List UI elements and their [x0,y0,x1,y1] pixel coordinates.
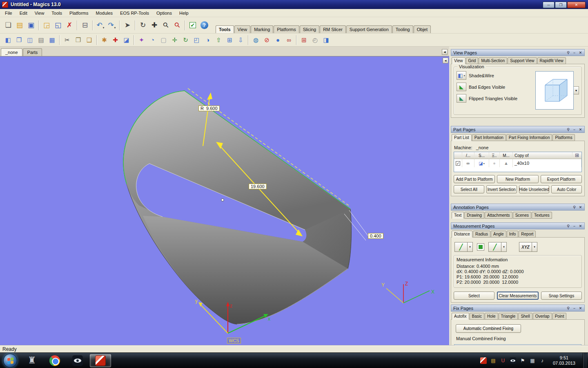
link-parts-icon[interactable]: ∞ [283,35,294,45]
save-platform-icon[interactable]: ◱ [52,20,64,31]
close-panel-icon[interactable]: ✕ [578,204,583,210]
shade-wire-icon[interactable]: ◧▾ [457,71,466,80]
measure-line-tool[interactable]: ╱ [488,242,501,252]
magic-fix-icon[interactable]: ✦ [136,35,147,45]
verify-icon[interactable]: ✔ [187,20,198,31]
tab-drawing[interactable]: Drawing [464,212,484,219]
tab-part-information[interactable]: Part Information [472,134,506,141]
undo-icon-dropdown[interactable]: ▾ [103,26,105,31]
rotate-part-icon[interactable]: ↻ [180,35,191,45]
tab-rapidfit-view[interactable]: Rapidfit View [537,57,566,64]
remove-support-icon[interactable]: ⊘ [261,35,272,45]
pan-view-icon[interactable]: ✚ [149,20,160,31]
usb-tray-icon[interactable]: U [500,357,506,364]
help-icon[interactable]: ? [198,20,210,31]
menu-file[interactable]: File [1,9,16,17]
display-tray-icon[interactable]: ▦ [529,357,536,364]
machine-grid-icon[interactable]: ⊞ [298,35,310,45]
menu-tools[interactable]: Tools [48,9,66,17]
taskbar-clock[interactable]: 9:51 07.03.2013 [549,355,579,366]
tab-distance[interactable]: Distance [452,231,472,238]
properties-icon[interactable]: ◨ [321,35,332,45]
toolbar-tab-objet[interactable]: Objet [414,25,431,33]
tab-autofix[interactable]: Autofix [452,313,469,320]
tab-angle[interactable]: Angle [491,231,506,238]
doc-tabs-scroll-button[interactable]: ◄ [442,49,448,55]
measure-xyz-tool-dropdown[interactable]: ▾ [532,242,537,252]
delete-icon[interactable]: ✗ [64,20,75,31]
menu-help[interactable]: Help [176,9,192,17]
tab-basic[interactable]: Basic [470,313,484,320]
copy-to-platform-icon[interactable]: ◫ [24,35,36,45]
minimize-button[interactable]: ─ [543,2,555,8]
magics-tray-icon[interactable] [480,357,487,364]
context-help-cursor-icon[interactable]: ➤ [122,20,133,31]
nest-parts-icon[interactable]: ⇩ [235,35,246,45]
toolbar-tab-support-generation[interactable]: Support Generation [346,25,392,33]
ghost-part-icon[interactable]: ▢ [158,35,169,45]
snap-settings-button[interactable]: Snap Settings [541,292,582,300]
unzoom-view-icon[interactable]: ⚲ [172,20,183,31]
tab-grid[interactable]: Grid [466,57,479,64]
menu-eos-rp-tools[interactable]: EOS RP-Tools [116,9,153,17]
menu-edit[interactable]: Edit [16,9,31,17]
part-list-row[interactable]: ✓∞◪▾●▲_40x10 [454,159,581,167]
tab-report[interactable]: Report [519,231,536,238]
close-button[interactable]: ✕ [567,2,586,8]
pin-icon[interactable]: ⚲ [566,223,571,229]
tab-hole[interactable]: Hole [485,313,498,320]
close-panel-icon[interactable]: ✕ [578,223,583,229]
volume-tray-icon[interactable]: ♪ [539,357,546,364]
pin-icon[interactable]: ⚲ [566,127,571,132]
tab-radius[interactable]: Radius [473,231,490,238]
slice-preview-icon[interactable]: ◴ [310,35,321,45]
tab-multi-section[interactable]: Multi-Section [479,57,507,64]
save-file-icon[interactable]: ▣ [25,20,37,31]
new-document-icon[interactable]: ❏ [2,20,14,31]
mirror-part-icon[interactable]: ◑ [202,35,213,45]
taskbar-app-magics[interactable] [90,354,111,367]
collapse-icon[interactable]: − [572,223,577,229]
taskbar-app-viewer[interactable] [67,354,88,367]
automatic-combined-fixing-button[interactable]: Automatic Combined Fixing [456,324,521,333]
column-copy-of[interactable]: Copy of [513,152,572,159]
document-tab-parts[interactable]: Parts [23,48,42,56]
tab-point[interactable]: Point [552,313,567,320]
globe-view-icon[interactable]: ◍ [250,35,261,45]
copy-icon[interactable]: ❐ [73,35,84,45]
document-tab-none[interactable]: _none [1,48,22,56]
collapse-icon[interactable]: − [572,305,577,311]
column-m[interactable]: M... [500,152,513,159]
add-part-icon[interactable]: ✚ [110,35,121,45]
pin-icon[interactable]: ⚲ [572,204,577,210]
tab-attachments[interactable]: Attachments [485,212,512,219]
menu-view[interactable]: View [31,9,48,17]
part-shade-icon[interactable]: ◪▾ [474,159,489,167]
part-checkbox[interactable]: ✓ [454,159,462,167]
tab-part-fixing-information[interactable]: Part Fixing Information [506,134,552,141]
hide-unselected-button[interactable]: Hide Unselected [519,185,550,193]
menu-modules[interactable]: Modules [92,9,117,17]
measure-line-tool-dropdown[interactable]: ▾ [501,242,507,252]
redo-icon-dropdown[interactable]: ▾ [114,26,116,31]
close-panel-icon[interactable]: ✕ [578,127,583,132]
part-visible-icon[interactable]: ∞ [462,159,474,167]
collapse-icon[interactable]: − [572,50,577,55]
measure-distance-tool[interactable]: ╱ [454,242,468,252]
part-support-icon[interactable]: ▲ [500,159,513,167]
view-cube-preview[interactable] [535,71,574,110]
new-scene-icon[interactable]: ◪ [121,35,132,45]
toolbar-tab-rm-slicer[interactable]: RM Slicer [320,25,346,33]
toolbar-tab-tools[interactable]: Tools [216,25,234,33]
tab-text[interactable]: Text [452,212,464,219]
toolbar-tab-marking[interactable]: Marking [251,25,273,33]
tab-triangle[interactable]: Triangle [499,313,518,320]
viewport-3d[interactable]: z x y Z Y X R 9.600 19.600 0.400 WCS ◄ [0,56,449,346]
orientation-icon[interactable]: ◔ [147,35,158,45]
clear-measurements-button[interactable]: Clear Measurements [497,292,539,300]
invert-selection-button[interactable]: Invert Selection [486,185,517,193]
print-icon[interactable]: ⊟ [79,20,91,31]
auto-color-button[interactable]: Auto Color [551,185,582,193]
rotate-view-icon[interactable]: ↻ [137,20,149,31]
menu-platforms[interactable]: Platforms [66,9,92,17]
